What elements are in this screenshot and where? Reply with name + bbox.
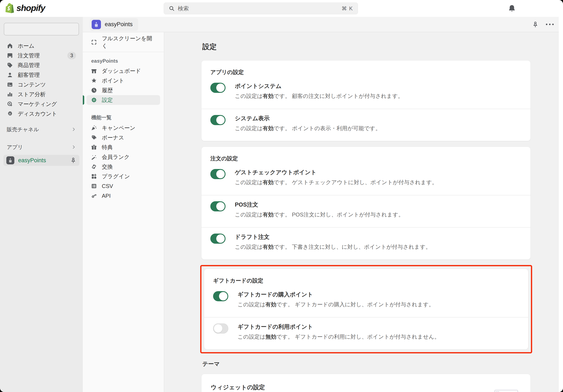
sidebar-item-orders[interactable]: 注文管理 3 [3,51,79,60]
more-options-icon[interactable] [546,24,554,25]
point-system-toggle[interactable] [210,83,226,93]
setting-title: ポイントシステム [235,82,403,90]
giftcard-purchase-toggle[interactable] [213,291,228,301]
plugin-blocks-icon [91,173,97,180]
setting-title: ギフトカードの購入ポイント [238,291,434,298]
appnav-item-campaign[interactable]: キャンペーン [87,123,160,133]
orders-icon [7,52,13,59]
setting-row-point-system: ポイントシステム この設定は有効です。 顧客の注文に対しポイントが付与されます。 [202,77,530,109]
fullscreen-label: フルスクリーンを開く [102,35,156,49]
sidebar-item-label: マーケティング [18,100,57,108]
setting-title: システム表示 [235,115,381,122]
app-settings-card: アプリの設定 ポイントシステム この設定は有効です。 顧客の注文に対しポイントが… [202,61,530,141]
shopify-wordmark: shopify [16,3,45,13]
discount-badge-icon [7,110,13,117]
settings-page: 設定 アプリの設定 ポイントシステム この設定は有効です。 顧客の注文に対しポイ… [164,32,563,392]
pin-icon[interactable] [532,21,539,28]
swap-arrows-icon [91,163,97,170]
setting-row-giftcard-purchase: ギフトカードの購入ポイント この設定は有効です。 ギフトカードの購入に対し、ポイ… [204,285,528,317]
card-section-label: アプリの設定 [202,61,530,77]
setting-title: ゲストチェックアウトポイント [235,169,437,176]
page-title: 設定 [202,42,530,52]
pin-icon[interactable] [70,157,77,163]
setting-description: この設定は有効です。 下書き注文に対し、に対し、ポイントが付与されます。 [235,243,431,251]
app-title-group[interactable]: easyPoints [90,18,138,31]
sidebar-item-analytics[interactable]: ストア分析 [3,89,79,99]
sidebar-item-products[interactable]: 商品管理 [3,60,79,70]
appnav-item-label: CSV [102,183,113,189]
appnav-item-label: 交換 [102,163,113,171]
appnav-item-label: 会員ランク [102,153,130,161]
card-section-label: 注文の設定 [202,147,530,163]
appnav-item-label: ポイント [102,77,124,84]
sidebar-item-easypoints[interactable]: easyPoints [3,155,79,166]
draft-orders-toggle[interactable] [210,233,226,244]
sidebar-item-marketing[interactable]: マーケティング [3,99,79,109]
sidebar-section-apps[interactable]: アプリ [3,143,79,151]
appnav-item-settings[interactable]: 設定 [87,95,160,105]
appnav-item-csv[interactable]: CSV [87,181,160,191]
setting-row-pos-orders: POS注文 この設定は有効です。 POS注文に対し、ポイントが付与されます。 [202,195,530,227]
appnav-item-label: ボーナス [102,134,124,141]
setting-row-guest-checkout: ゲストチェックアウトポイント この設定は有効です。 ゲストチェックアウトに対し、… [202,163,530,195]
orders-count-badge: 3 [67,52,76,59]
appnav-group-title: easyPoints [91,58,164,64]
appnav-item-exchange[interactable]: 交換 [87,162,160,172]
setting-description: この設定は有効です。 ギフトカードの購入に対し、ポイントが付与されます。 [238,301,434,308]
global-search-input[interactable]: 検索 ⌘ K [164,2,358,14]
scrollbar-gutter[interactable] [559,17,563,392]
appnav-item-rewards[interactable]: 特典 [87,142,160,152]
order-settings-card: 注文の設定 ゲストチェックアウトポイント この設定は有効です。 ゲストチェックア… [202,147,530,259]
appnav-item-bonus[interactable]: ボーナス [87,133,160,142]
party-popper-icon [91,125,97,131]
guest-checkout-toggle[interactable] [210,169,226,179]
appnav-item-points[interactable]: ポイント [87,76,160,86]
section-label: 販売チャネル [7,126,39,133]
app-nav-panel: フルスクリーンを開く easyPoints ダッシュボード [83,32,164,392]
appnav-item-label: 特典 [102,144,113,151]
appnav-item-plugin[interactable]: プラグイン [87,172,160,181]
chevron-right-icon [71,145,76,149]
home-icon [7,43,13,49]
appnav-item-history[interactable]: 履歴 [87,86,160,95]
appnav-item-api[interactable]: API [87,191,160,201]
tags-icon [91,135,97,141]
app-title: easyPoints [105,21,133,28]
gift-card-settings-card: ギフトカードの設定 ギフトカードの購入ポイント この設定は有効です。 ギフトカー… [204,269,528,349]
setting-description: この設定は有効です。 ポイントの表示・利用が可能です。 [235,125,381,132]
sidebar-item-label: 商品管理 [18,61,40,69]
easypoints-app-icon [6,156,14,164]
appnav-item-dashboard[interactable]: ダッシュボード [87,66,160,76]
open-fullscreen-button[interactable]: フルスクリーンを開く [87,37,160,47]
fullscreen-icon [91,39,97,45]
setting-title: ドラフト注文 [235,233,431,241]
system-display-toggle[interactable] [210,115,226,125]
setting-row-giftcard-usage: ギフトカードの利用ポイント この設定は無効です。 ギフトカードの利用に対し、ポイ… [204,318,528,349]
appnav-item-label: 設定 [102,97,113,104]
sidebar-section-sales-channels[interactable]: 販売チャネル [3,125,79,134]
storefront-icon [91,68,97,74]
easypoints-app-icon [92,20,101,29]
person-icon [7,72,13,78]
sidebar-item-customers[interactable]: 顧客管理 [3,70,79,80]
sidebar-item-label: 顧客管理 [18,71,40,79]
appnav-item-label: 履歴 [102,87,113,94]
setting-description: この設定は有効です。 顧客の注文に対しポイントが付与されます。 [235,92,403,100]
chevron-right-icon [71,127,76,132]
section-label: アプリ [7,144,23,151]
sidebar-item-discounts[interactable]: ディスカウント [3,109,79,119]
store-switcher[interactable] [4,23,79,36]
giftcard-usage-toggle[interactable] [213,323,228,333]
image-icon [7,81,13,88]
notifications-bell-icon[interactable] [508,4,516,13]
appnav-group-title: 機能一覧 [91,114,164,121]
appnav-item-member-rank[interactable]: 会員ランク [87,152,160,162]
sidebar-item-label: コンテンツ [18,81,46,88]
sidebar-item-home[interactable]: ホーム [3,41,79,51]
appnav-item-label: API [102,193,111,199]
pos-orders-toggle[interactable] [210,201,226,211]
target-icon [7,101,13,107]
sidebar-item-content[interactable]: コンテンツ [3,80,79,89]
sidebar-item-label: 注文管理 [18,52,40,59]
main-sidebar: ホーム 注文管理 3 商品管理 顧客管理 [0,17,83,392]
